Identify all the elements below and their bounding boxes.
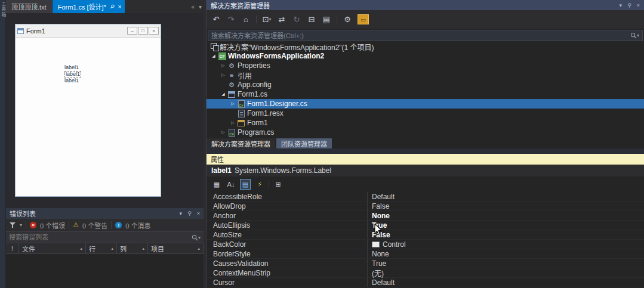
tree-item-programcs[interactable]: ▷ C# Program.cs [207, 128, 644, 137]
search-icon[interactable] [630, 32, 637, 39]
warning-count[interactable]: 0 个警告 [82, 221, 107, 230]
tab-solution-explorer[interactable]: 解决方案资源管理器 [207, 138, 275, 148]
design-label[interactable]: label1 [64, 78, 81, 83]
search-input[interactable] [211, 32, 630, 39]
properties-view-icon[interactable]: ▤ [240, 179, 251, 190]
error-list-title: 错误列表 [10, 209, 36, 218]
chevron-collapsed-icon[interactable]: ▷ [220, 130, 227, 135]
search-icon[interactable] [192, 234, 198, 241]
collapse-all-icon[interactable]: ⊟ [307, 14, 316, 25]
tree-item-solution[interactable]: 解决方案"WindowsFormsApplication2"(1 个项目) [207, 42, 644, 51]
sort-asc-icon: ▴ [80, 246, 82, 251]
chevron-collapsed-icon[interactable]: ▷ [229, 101, 236, 106]
property-row[interactable]: Anchor None [207, 211, 644, 221]
close-icon[interactable]: × [637, 2, 640, 8]
home-icon[interactable]: ⌂ [241, 14, 251, 25]
chevron-expanded-icon[interactable]: ◢ [210, 54, 217, 58]
close-icon[interactable]: × [118, 4, 122, 10]
tab-txt-file[interactable]: 顶顶顶顶.txt [6, 0, 52, 13]
properties-header[interactable]: 属性 [207, 154, 644, 165]
chevron-expanded-icon[interactable]: ◢ [220, 92, 227, 97]
selected-object-name: label1 [211, 166, 232, 175]
error-list-header[interactable]: 错误列表 ▾ ⚲ × [6, 208, 204, 219]
property-row[interactable]: ContextMenuStrip (无) [207, 268, 644, 278]
separator [337, 16, 337, 23]
property-row[interactable]: AutoEllipsis True [207, 221, 644, 230]
pin-icon[interactable]: ⚲ [109, 3, 116, 10]
solution-explorer-title: 解决方案资源管理器 [211, 1, 270, 10]
search-input[interactable] [9, 234, 192, 241]
tree-item-appconfig[interactable]: ⚙ App.config [207, 80, 644, 89]
close-icon[interactable]: × [197, 210, 200, 216]
chevron-collapsed-icon[interactable]: ▷ [229, 120, 236, 125]
tree-item-label: Form1 [247, 119, 268, 127]
design-form[interactable]: Form1 – □ × label1 label1 label1 [15, 24, 161, 197]
property-row[interactable]: BorderStyle None [207, 249, 644, 259]
solution-explorer-header[interactable]: 解决方案资源管理器 ▾ ⚲ × [207, 0, 644, 10]
tree-item-form1-class[interactable]: ▷ Form1 [207, 118, 644, 128]
tree-item-project[interactable]: ◢ C# WindowsFormsApplication2 [207, 51, 644, 61]
design-label-selected[interactable]: label1 [64, 71, 81, 78]
csharp-project-icon: C# [218, 52, 226, 60]
back-icon[interactable]: ↶ [211, 14, 221, 25]
minimize-icon: – [127, 27, 137, 35]
toolbox-strip[interactable]: 工具箱 [0, 0, 6, 288]
forward-icon[interactable]: ↷ [226, 14, 236, 25]
chevron-down-icon[interactable]: ▾ [20, 222, 22, 228]
property-row[interactable]: AutoSize False [207, 230, 644, 240]
alphabetical-icon[interactable]: A↓ [226, 179, 236, 190]
chevron-collapsed-icon[interactable]: ▷ [220, 73, 227, 78]
error-count[interactable]: 0 个错误 [40, 221, 65, 230]
tree-item-form1-resx[interactable]: Form1.resx [207, 109, 644, 118]
pin-icon[interactable]: ⚲ [187, 210, 192, 216]
tree-item-label: App.config [238, 80, 272, 89]
scroll-tabs-icon[interactable]: « [191, 4, 195, 10]
design-label[interactable]: label1 [64, 65, 81, 70]
show-all-files-icon[interactable]: ▤ [322, 14, 331, 25]
sync-with-active-document-icon[interactable]: ⇄ [277, 14, 286, 25]
severity-icon: ! [11, 245, 13, 252]
column-line[interactable]: 行 ▴ [86, 243, 117, 253]
tree-item-form1-designer[interactable]: ▷ C# Form1.Designer.cs [207, 99, 644, 109]
property-row[interactable]: BackColor Control [207, 240, 644, 249]
tab-label: Form1.cs [设计]* [58, 2, 106, 11]
chevron-down-icon[interactable]: ▾ [198, 235, 201, 240]
object-selector[interactable]: label1 System.Windows.Forms.Label [207, 165, 644, 176]
separator [269, 181, 269, 188]
chevron-collapsed-icon[interactable]: ▷ [220, 63, 227, 68]
sort-asc-icon: ▴ [111, 246, 113, 251]
column-column[interactable]: 列 ▴ [117, 243, 148, 253]
form-caption-buttons: – □ × [127, 27, 159, 35]
tab-form1-designer[interactable]: Form1.cs [设计]* ⚲ × [53, 0, 125, 13]
property-row[interactable]: Cursor Default [207, 278, 644, 287]
column-severity[interactable]: ! [6, 243, 19, 253]
window-chrome: ▾ ⚲ × [180, 210, 200, 216]
property-row[interactable]: AccessibleRole Default [207, 192, 644, 202]
column-project[interactable]: 项目 ▴ [148, 243, 204, 253]
tree-item-form1cs[interactable]: ◢ Form1.cs [207, 89, 644, 99]
switch-views-icon[interactable]: ⊡ ▾ [262, 14, 272, 25]
tab-team-explorer[interactable]: 团队资源管理器 [276, 138, 332, 148]
chevron-down-icon[interactable]: ▾ [637, 33, 639, 38]
tree-item-references[interactable]: ▷ ≡ 引用 [207, 70, 644, 80]
solution-tree: 解决方案"WindowsFormsApplication2"(1 个项目) ◢ … [207, 42, 644, 137]
window-position-icon[interactable]: ▾ [620, 2, 623, 8]
solution-explorer-search: ▾ [208, 30, 643, 41]
property-row[interactable]: AllowDrop False [207, 202, 644, 211]
message-count[interactable]: 0 个消息 [125, 221, 150, 230]
refresh-icon[interactable]: ↻ [292, 14, 301, 25]
designer-surface[interactable]: Form1 – □ × label1 label1 label1 [6, 13, 204, 208]
design-form-body[interactable]: label1 label1 label1 [16, 37, 161, 196]
tree-item-properties[interactable]: ▷ ⚙ Properties [207, 61, 644, 70]
property-pages-icon[interactable]: ⊞ [273, 179, 284, 190]
categorized-icon[interactable]: ▦ [211, 179, 222, 190]
preview-selected-items-icon[interactable]: ▭ [358, 14, 369, 24]
properties-icon[interactable]: ⚙ [343, 14, 352, 25]
events-icon[interactable]: ⚡ [254, 179, 265, 190]
filter-icon[interactable] [10, 222, 16, 228]
tab-menu-icon[interactable]: ▾ [199, 4, 202, 10]
column-file[interactable]: 文件 ▴ [19, 243, 86, 253]
property-row[interactable]: CausesValidation True [207, 259, 644, 268]
window-position-icon[interactable]: ▾ [180, 210, 183, 216]
pin-icon[interactable]: ⚲ [627, 2, 631, 8]
